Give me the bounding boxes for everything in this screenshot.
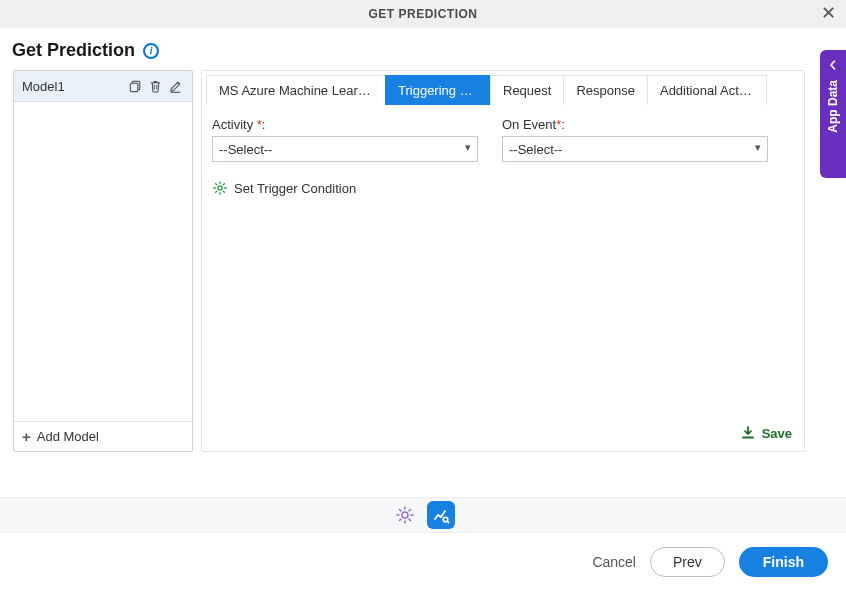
tab-body: Activity *: --Select-- On Event*: --Sele… [202, 105, 804, 451]
workspace: Model1 + Add Model MS Azure Machine Lear… [12, 69, 806, 453]
gear-icon [212, 180, 228, 196]
tab-azure-ml[interactable]: MS Azure Machine Learning [206, 75, 386, 105]
title-bar: GET PREDICTION ✕ [0, 0, 846, 28]
model-name: Model1 [22, 79, 124, 94]
model-item[interactable]: Model1 [14, 71, 192, 102]
onevent-field: On Event*: --Select-- [502, 117, 768, 162]
dialog-title: GET PREDICTION [0, 7, 846, 21]
delete-icon[interactable] [146, 77, 164, 95]
finish-button[interactable]: Finish [739, 547, 828, 577]
onevent-select[interactable]: --Select-- [502, 136, 768, 162]
add-model-button[interactable]: + Add Model [14, 421, 192, 451]
onevent-label: On Event*: [502, 117, 768, 132]
settings-tool[interactable] [391, 501, 419, 529]
save-label: Save [762, 426, 792, 441]
close-icon[interactable]: ✕ [821, 4, 836, 22]
footer: Cancel Prev Finish [0, 533, 846, 577]
page-header: Get Prediction i [0, 28, 846, 69]
edit-icon[interactable] [166, 77, 184, 95]
activity-field: Activity *: --Select-- [212, 117, 478, 162]
svg-point-3 [402, 512, 408, 518]
add-model-label: Add Model [37, 429, 99, 444]
save-button[interactable]: Save [740, 425, 792, 441]
models-empty-area [14, 102, 192, 421]
set-trigger-condition-button[interactable]: Set Trigger Condition [212, 180, 794, 196]
cancel-button[interactable]: Cancel [592, 554, 636, 570]
trigger-cond-label: Set Trigger Condition [234, 181, 356, 196]
activity-label: Activity *: [212, 117, 478, 132]
plus-icon: + [22, 428, 31, 445]
app-data-side-tab[interactable]: App Data [820, 50, 846, 178]
field-row: Activity *: --Select-- On Event*: --Sele… [212, 117, 794, 162]
tab-additional-actions[interactable]: Additional Actions [647, 75, 767, 105]
tab-bar: MS Azure Machine Learning Triggering Eve… [202, 71, 804, 105]
download-icon [740, 425, 756, 441]
svg-point-2 [218, 186, 222, 190]
app-data-label: App Data [826, 80, 840, 133]
svg-rect-1 [130, 83, 138, 91]
tab-response[interactable]: Response [563, 75, 648, 105]
activity-select[interactable]: --Select-- [212, 136, 478, 162]
copy-icon[interactable] [126, 77, 144, 95]
models-panel: Model1 + Add Model [13, 70, 193, 452]
prev-button[interactable]: Prev [650, 547, 725, 577]
chevron-left-icon [828, 60, 838, 70]
bottom-toolbar [0, 497, 846, 533]
page-title: Get Prediction [12, 40, 135, 61]
tab-triggering-events[interactable]: Triggering Events [385, 75, 491, 105]
tab-request[interactable]: Request [490, 75, 564, 105]
chart-tool[interactable] [427, 501, 455, 529]
info-icon[interactable]: i [143, 43, 159, 59]
config-panel: MS Azure Machine Learning Triggering Eve… [201, 70, 805, 452]
